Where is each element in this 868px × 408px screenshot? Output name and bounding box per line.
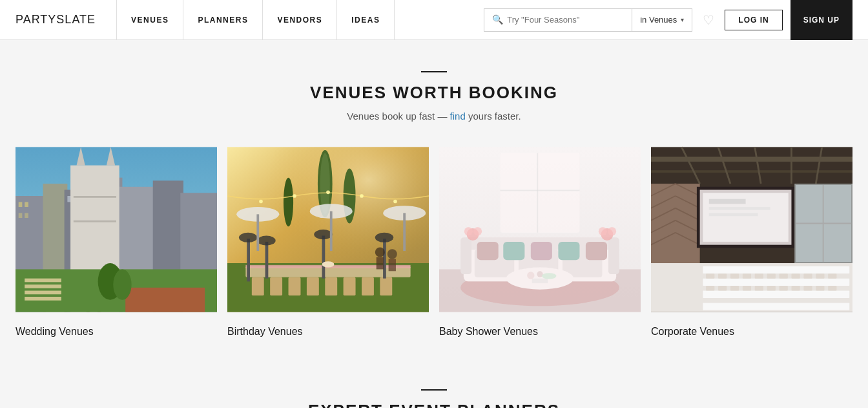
svg-rect-60 — [403, 213, 406, 251]
svg-rect-51 — [322, 235, 326, 278]
svg-rect-39 — [252, 277, 264, 295]
svg-point-92 — [464, 227, 473, 235]
svg-rect-137 — [743, 274, 751, 279]
svg-rect-123 — [709, 207, 770, 210]
svg-point-86 — [506, 268, 574, 290]
venue-label-birthday: Birthday Venues — [227, 326, 429, 338]
venue-image-wedding — [16, 142, 217, 317]
logo-part1: PARTY — [16, 13, 56, 26]
planners-section: EXPERT EVENT PLANNERS — [0, 376, 868, 408]
venue-label-wedding: Wedding Venues — [16, 326, 217, 338]
venues-section: VENUES WORTH BOOKING Venues book up fast… — [0, 40, 868, 376]
svg-rect-24 — [25, 285, 61, 288]
subtitle-highlight: find — [450, 111, 466, 122]
logo[interactable]: PARTYSLATE — [16, 13, 96, 27]
svg-rect-142 — [803, 274, 812, 279]
section-divider — [421, 71, 447, 72]
signup-button[interactable]: SIGN UP — [790, 0, 852, 40]
planners-divider — [421, 389, 447, 391]
nav-vendors[interactable]: VENDORS — [263, 0, 337, 39]
search-dropdown[interactable]: in Venues ▾ — [632, 8, 692, 32]
search-box[interactable]: 🔍 — [484, 8, 632, 32]
chevron-down-icon: ▾ — [681, 16, 684, 23]
svg-rect-131 — [703, 279, 849, 286]
svg-rect-81 — [477, 242, 499, 260]
birthday-venue-svg — [227, 142, 429, 317]
planners-section-title: EXPERT EVENT PLANNERS — [10, 401, 858, 408]
venue-card-corporate[interactable]: Corporate Venues — [646, 142, 858, 338]
nav-ideas[interactable]: IDEAS — [337, 0, 395, 39]
nav-venues[interactable]: VENUES — [116, 0, 183, 39]
svg-rect-82 — [503, 242, 524, 260]
svg-rect-83 — [531, 242, 552, 260]
main-content: VENUES WORTH BOOKING Venues book up fast… — [0, 40, 868, 408]
svg-rect-140 — [780, 274, 788, 279]
svg-rect-139 — [767, 274, 776, 279]
svg-rect-151 — [780, 286, 788, 291]
svg-point-70 — [393, 200, 397, 204]
svg-point-48 — [239, 233, 257, 242]
svg-rect-144 — [828, 274, 836, 279]
svg-rect-43 — [325, 277, 337, 295]
svg-rect-56 — [256, 214, 259, 251]
logo-part2: SLATE — [56, 13, 96, 26]
svg-rect-153 — [803, 286, 812, 291]
babyshower-venue-svg — [439, 142, 641, 317]
svg-rect-97 — [501, 153, 580, 233]
svg-rect-25 — [25, 291, 61, 295]
login-button[interactable]: LOG IN — [725, 10, 782, 30]
svg-rect-27 — [125, 288, 205, 312]
svg-rect-77 — [608, 237, 619, 274]
wedding-venue-svg — [16, 142, 217, 317]
svg-rect-145 — [706, 286, 714, 291]
search-icon: 🔍 — [492, 14, 503, 25]
svg-point-52 — [314, 230, 332, 239]
favorites-button[interactable]: ♡ — [703, 12, 714, 28]
venues-grid: Wedding Venues — [10, 142, 858, 338]
svg-point-95 — [599, 227, 607, 235]
venue-card-wedding[interactable]: Wedding Venues — [10, 142, 222, 338]
svg-rect-8 — [19, 202, 23, 207]
venues-section-subtitle: Venues book up fast — find yours faster. — [10, 111, 858, 122]
corporate-venue-svg — [651, 142, 852, 317]
subtitle-part2: yours faster. — [466, 111, 521, 122]
svg-rect-149 — [755, 286, 763, 291]
svg-point-67 — [293, 194, 296, 198]
venue-image-corporate — [651, 142, 852, 317]
nav-planners[interactable]: PLANNERS — [183, 0, 263, 39]
svg-rect-46 — [380, 277, 392, 295]
svg-rect-84 — [558, 242, 579, 260]
svg-rect-138 — [755, 274, 763, 279]
main-nav: VENUES PLANNERS VENDORS IDEAS — [116, 0, 395, 39]
svg-rect-136 — [730, 274, 739, 279]
svg-rect-40 — [270, 277, 282, 295]
svg-point-93 — [473, 227, 482, 235]
svg-rect-42 — [307, 277, 319, 295]
svg-rect-87 — [532, 279, 548, 284]
svg-point-90 — [542, 273, 557, 279]
svg-point-54 — [375, 233, 393, 242]
venues-section-title: VENUES WORTH BOOKING — [10, 83, 858, 103]
svg-rect-133 — [703, 303, 849, 310]
venue-card-babyshower[interactable]: Baby Shower Venues — [434, 142, 646, 338]
svg-rect-11 — [25, 213, 28, 218]
svg-rect-64 — [377, 257, 384, 270]
svg-rect-124 — [709, 213, 758, 216]
svg-rect-41 — [289, 277, 301, 295]
search-input[interactable] — [507, 15, 624, 25]
venue-image-babyshower — [439, 142, 641, 317]
svg-rect-150 — [767, 286, 776, 291]
search-dropdown-label: in Venues — [640, 15, 677, 25]
svg-point-88 — [527, 272, 534, 279]
venue-card-birthday[interactable]: Birthday Venues — [222, 142, 434, 338]
svg-rect-122 — [709, 199, 746, 204]
svg-rect-148 — [743, 286, 751, 291]
svg-point-35 — [284, 178, 293, 227]
svg-rect-135 — [718, 274, 727, 279]
svg-point-29 — [113, 269, 131, 299]
svg-rect-134 — [706, 274, 714, 279]
subtitle-part1: Venues book up fast — — [347, 111, 450, 122]
svg-rect-85 — [586, 242, 607, 260]
svg-rect-18 — [74, 196, 116, 198]
svg-rect-26 — [25, 297, 61, 301]
